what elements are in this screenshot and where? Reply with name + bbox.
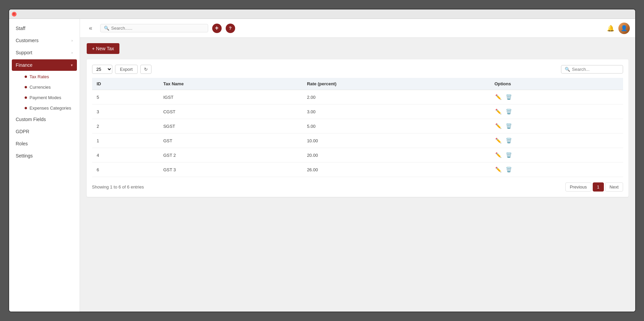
pagination-row: Showing 1 to 6 of 6 entries Previous 1 N… (92, 182, 623, 192)
cell-rate: 5.00 (302, 119, 490, 134)
edit-button[interactable]: ✏️ (495, 122, 502, 130)
sidebar-subitem-currencies[interactable]: Currencies (19, 82, 80, 92)
previous-button[interactable]: Previous (565, 182, 591, 192)
notifications-button[interactable]: 🔔 (607, 25, 614, 32)
page-1-button[interactable]: 1 (593, 182, 604, 192)
delete-button[interactable]: 🗑️ (505, 166, 513, 173)
search-icon: 🔍 (104, 26, 109, 31)
delete-button[interactable]: 🗑️ (505, 137, 513, 144)
chevron-right-icon: › (72, 51, 73, 55)
export-button[interactable]: Export (115, 65, 138, 74)
table-row: 3 CGST 3.00 ✏️ 🗑️ (92, 105, 623, 119)
cell-id: 1 (92, 134, 159, 148)
table-row: 1 GST 10.00 ✏️ 🗑️ (92, 134, 623, 148)
app-window: × Staff Customers › Support › Finance ▾ (8, 9, 636, 312)
cell-id: 6 (92, 163, 159, 177)
edit-button[interactable]: ✏️ (495, 108, 502, 115)
bullet-icon (25, 96, 27, 99)
cell-options: ✏️ 🗑️ (490, 148, 623, 163)
showing-text: Showing 1 to 6 of 6 entries (92, 184, 144, 189)
table-toolbar: 25 50 100 Export ↻ 🔍 (92, 65, 623, 74)
table-search-bar: 🔍 (561, 65, 623, 74)
back-button[interactable]: « (85, 23, 96, 34)
sidebar-subitem-expenses-categories[interactable]: Expenses Categories (19, 103, 80, 113)
cell-tax-name: GST (159, 134, 302, 148)
pagination-controls: Previous 1 Next (565, 182, 623, 192)
cell-rate: 2.00 (302, 90, 490, 105)
delete-button[interactable]: 🗑️ (505, 151, 513, 159)
delete-button[interactable]: 🗑️ (505, 108, 513, 115)
col-id: ID (92, 78, 159, 90)
cell-options: ✏️ 🗑️ (490, 119, 623, 134)
cell-options: ✏️ 🗑️ (490, 105, 623, 119)
cell-id: 4 (92, 148, 159, 163)
edit-button[interactable]: ✏️ (495, 166, 502, 173)
avatar[interactable]: 👤 (618, 23, 630, 34)
chevron-right-icon: › (72, 38, 73, 42)
add-button[interactable]: + (212, 24, 222, 33)
cell-tax-name: SGST (159, 119, 302, 134)
sidebar-item-gdpr[interactable]: GDPR (9, 125, 80, 138)
search-input[interactable] (111, 26, 204, 31)
col-options: Options (490, 78, 623, 90)
col-tax-name: Tax Name (159, 78, 302, 90)
sidebar-subitem-tax-rates[interactable]: Tax Rates (19, 71, 80, 82)
tax-rates-table: ID Tax Name Rate (percent) Options 5 IGS… (92, 78, 623, 177)
sidebar-item-finance[interactable]: Finance ▾ (12, 59, 77, 71)
table-search-icon: 🔍 (565, 67, 570, 72)
sidebar-item-roles[interactable]: Roles (9, 138, 80, 150)
bullet-icon (25, 76, 27, 78)
search-bar: 🔍 (100, 24, 208, 32)
action-icons: ✏️ 🗑️ (495, 93, 618, 101)
cell-rate: 3.00 (302, 105, 490, 119)
bullet-icon (25, 86, 27, 88)
finance-submenu: Tax Rates Currencies Payment Modes Expen… (9, 71, 80, 113)
sidebar-item-custom-fields[interactable]: Custom Fields (9, 113, 80, 125)
next-button[interactable]: Next (605, 182, 623, 192)
cell-tax-name: IGST (159, 90, 302, 105)
table-row: 4 GST 2 20.00 ✏️ 🗑️ (92, 148, 623, 163)
table-row: 6 GST 3 26.00 ✏️ 🗑️ (92, 163, 623, 177)
topnav: « 🔍 + ? 🔔 👤 (80, 19, 635, 38)
close-button[interactable]: × (12, 12, 17, 17)
cell-options: ✏️ 🗑️ (490, 90, 623, 105)
edit-button[interactable]: ✏️ (495, 137, 502, 144)
cell-id: 5 (92, 90, 159, 105)
refresh-button[interactable]: ↻ (140, 65, 151, 74)
table-row: 5 IGST 2.00 ✏️ 🗑️ (92, 90, 623, 105)
action-icons: ✏️ 🗑️ (495, 166, 618, 173)
main-content: « 🔍 + ? 🔔 👤 + New Tax 25 (80, 19, 635, 312)
help-button[interactable]: ? (226, 24, 235, 33)
page-content: + New Tax 25 50 100 Export ↻ 🔍 (80, 38, 635, 312)
sidebar-subitem-payment-modes[interactable]: Payment Modes (19, 92, 80, 103)
sidebar: Staff Customers › Support › Finance ▾ Ta… (9, 19, 80, 312)
delete-button[interactable]: 🗑️ (505, 122, 513, 130)
chevron-down-icon: ▾ (71, 63, 73, 67)
sidebar-item-settings[interactable]: Settings (9, 150, 80, 162)
cell-tax-name: CGST (159, 105, 302, 119)
per-page-select[interactable]: 25 50 100 (92, 65, 112, 74)
action-icons: ✏️ 🗑️ (495, 122, 618, 130)
sidebar-item-customers[interactable]: Customers › (9, 34, 80, 47)
edit-button[interactable]: ✏️ (495, 151, 502, 159)
col-rate: Rate (percent) (302, 78, 490, 90)
cell-options: ✏️ 🗑️ (490, 134, 623, 148)
cell-rate: 10.00 (302, 134, 490, 148)
sidebar-item-staff[interactable]: Staff (9, 22, 80, 34)
action-icons: ✏️ 🗑️ (495, 151, 618, 159)
action-icons: ✏️ 🗑️ (495, 137, 618, 144)
new-tax-button[interactable]: + New Tax (87, 43, 120, 54)
titlebar: × (9, 9, 635, 19)
edit-button[interactable]: ✏️ (495, 93, 502, 101)
table-search-input[interactable] (572, 67, 619, 72)
delete-button[interactable]: 🗑️ (505, 93, 513, 101)
action-icons: ✏️ 🗑️ (495, 108, 618, 115)
cell-id: 2 (92, 119, 159, 134)
cell-tax-name: GST 2 (159, 148, 302, 163)
table-header-row: ID Tax Name Rate (percent) Options (92, 78, 623, 90)
sidebar-item-support[interactable]: Support › (9, 47, 80, 59)
table-card: 25 50 100 Export ↻ 🔍 (87, 59, 628, 197)
cell-options: ✏️ 🗑️ (490, 163, 623, 177)
table-row: 2 SGST 5.00 ✏️ 🗑️ (92, 119, 623, 134)
cell-rate: 26.00 (302, 163, 490, 177)
